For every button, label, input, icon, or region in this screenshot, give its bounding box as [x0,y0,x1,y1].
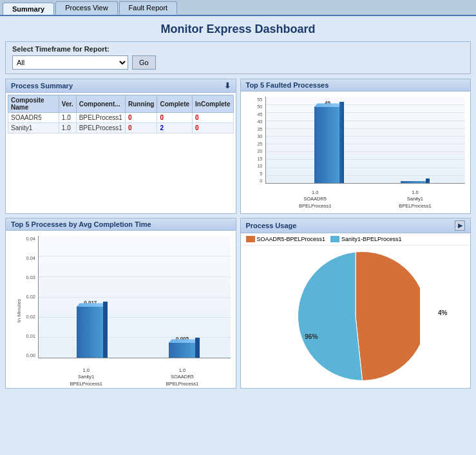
col-incomplete: InComplete [193,95,233,113]
top-row: Process Summary ⬇ Composite Name Ver. Co… [5,79,471,214]
col-composite: Composite Name [8,95,59,113]
usage-header: Process Usage ▶ [241,218,471,233]
legend-item-1: SOAADR5-BPELProcess1 [246,236,326,242]
timeframe-section: Select Timeframe for Report: All Last Ho… [5,41,471,74]
pie-chart-container: 96% 4% [241,246,471,387]
completion-chart-area: In Minutes 0.04 0.04 0.03 0.02 0.02 0.01… [6,231,236,391]
timeframe-select[interactable]: All Last Hour Last Day Last Week Last Mo… [12,55,128,70]
tab-fault-report[interactable]: Fault Report [119,1,178,15]
nav-arrow-icon[interactable]: ▶ [455,220,465,231]
table-row: SOAADR5 1.0 BPELProcess1 0 0 0 [8,113,234,123]
process-summary-body: Composite Name Ver. Component... Running… [6,93,236,135]
col-ver: Ver. [59,95,76,113]
legend-item-2: Sanity1-BPELProcess1 [330,236,402,242]
col-complete: Complete [157,95,193,113]
table-row: Sanity1 1.0 BPELProcess1 0 2 0 [8,123,234,133]
tab-bar: Summary Process View Fault Report [0,0,476,16]
faulted-header: Top 5 Faulted Processes [241,79,471,92]
pie-slice-1 [356,252,420,380]
process-summary-header: Process Summary ⬇ [6,79,236,93]
download-icon[interactable]: ⬇ [224,81,231,90]
col-running: Running [125,95,157,113]
completion-bar-1: 0.017 [62,236,119,358]
process-table: Composite Name Ver. Component... Running… [8,95,234,133]
dashboard-title: Monitor Express Dashboard [5,19,471,41]
faulted-chart-area: 55 50 45 40 35 30 25 20 15 10 5 0 [241,92,471,213]
faulted-panel: Top 5 Faulted Processes 55 50 45 40 35 3… [240,79,471,214]
pie-label-4: 4% [438,309,447,316]
faulted-bar-2 [381,97,445,183]
completion-header: Top 5 Processes by Avg Completion Time [6,218,236,231]
process-summary-panel: Process Summary ⬇ Composite Name Ver. Co… [5,79,236,214]
main-area: Monitor Express Dashboard Select Timefra… [0,16,476,455]
tab-process-view[interactable]: Process View [55,1,117,15]
bottom-row: Top 5 Processes by Avg Completion Time I… [5,218,471,389]
faulted-bar-1: 49 [296,97,359,183]
tab-summary[interactable]: Summary [3,3,54,15]
timeframe-label: Select Timeframe for Report: [12,45,464,53]
usage-panel: Process Usage ▶ SOAADR5-BPELProcess1 San… [240,218,471,389]
completion-panel: Top 5 Processes by Avg Completion Time I… [5,218,236,389]
completion-bar-2: 0.005 [154,236,211,358]
go-button[interactable]: Go [132,55,156,70]
pie-svg [291,252,420,381]
pie-slice-2 [298,252,362,380]
col-component: Component... [76,95,125,113]
usage-legend: SOAADR5-BPELProcess1 Sanity1-BPELProcess… [241,233,471,246]
pie-label-96: 96% [305,333,318,340]
